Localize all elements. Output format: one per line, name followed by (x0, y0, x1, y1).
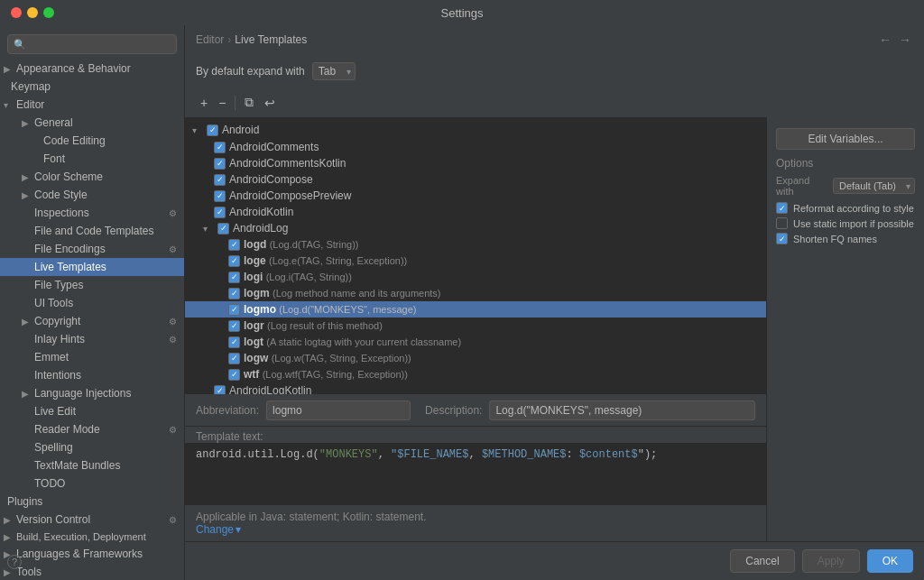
sidebar-item-font[interactable]: Font (0, 150, 184, 168)
list-item[interactable]: AndroidKotlin (185, 204, 766, 220)
copy-template-button[interactable]: ⧉ (240, 92, 258, 113)
sidebar-item-code-editing[interactable]: Code Editing (0, 132, 184, 150)
detail-panel: Abbreviation: Description: Template text… (185, 394, 766, 541)
sidebar-item-plugins[interactable]: Plugins (0, 493, 184, 511)
minimize-button[interactable] (27, 7, 38, 18)
remove-template-button[interactable]: − (214, 93, 230, 113)
search-input[interactable] (30, 38, 171, 51)
forward-button[interactable]: → (897, 32, 913, 47)
item-checkbox[interactable] (228, 288, 240, 299)
item-checkbox[interactable] (228, 336, 240, 348)
item-checkbox[interactable] (217, 223, 229, 235)
item-checkbox[interactable] (228, 304, 240, 316)
options-section: Options Expand with Default (Tab) Reform… (767, 150, 924, 252)
reformat-checkbox[interactable] (776, 202, 788, 214)
item-checkbox[interactable] (228, 353, 240, 364)
expand-select[interactable]: Tab (312, 62, 356, 80)
add-template-button[interactable]: + (196, 93, 212, 113)
sidebar-item-color-scheme[interactable]: ▶ Color Scheme (0, 168, 184, 186)
sidebar-item-live-templates[interactable]: Live Templates (0, 258, 184, 276)
list-item[interactable]: AndroidCompose (185, 171, 766, 188)
description-input[interactable] (489, 400, 755, 420)
sidebar-item-textmate-bundles[interactable]: TextMate Bundles (0, 456, 184, 474)
sidebar-item-code-style[interactable]: ▶ Code Style (0, 186, 184, 204)
close-button[interactable] (11, 7, 22, 18)
sidebar-item-label: Live Edit (34, 405, 76, 418)
sidebar-item-label: Inspections (34, 207, 89, 219)
sidebar-item-intentions[interactable]: Intentions (0, 366, 184, 384)
item-checkbox[interactable] (228, 255, 240, 267)
template-label: logr (Log result of this method) (244, 319, 383, 332)
expand-with-select[interactable]: Default (Tab) (833, 178, 915, 194)
list-item[interactable]: AndroidComments (185, 139, 766, 155)
sidebar-item-copyright[interactable]: ▶ Copyright ⚙ (0, 312, 184, 330)
item-checkbox[interactable] (228, 320, 240, 332)
sidebar-item-languages-frameworks[interactable]: ▶ Languages & Frameworks (0, 545, 184, 563)
change-link[interactable]: Change ▾ (196, 523, 755, 536)
help-button[interactable]: ? (7, 555, 22, 569)
list-item[interactable]: AndroidComposePreview (185, 188, 766, 204)
settings-window: Settings 🔍 ▶ Appearance & Behavior Keyma… (0, 0, 924, 580)
list-item[interactable]: logw (Log.w(TAG, String, Exception)) (185, 350, 766, 366)
shorten-fq-checkbox[interactable] (776, 233, 788, 244)
sidebar-item-ui-tools[interactable]: UI Tools (0, 294, 184, 312)
edit-variables-button[interactable]: Edit Variables... (776, 128, 915, 150)
maximize-button[interactable] (43, 7, 54, 18)
list-item[interactable]: logi (Log.i(TAG, String)) (185, 269, 766, 285)
sidebar-item-spelling[interactable]: Spelling (0, 438, 184, 456)
list-item[interactable]: wtf (Log.wtf(TAG, String, Exception)) (185, 366, 766, 382)
sidebar-item-build-execution[interactable]: ▶ Build, Execution, Deployment (0, 529, 184, 545)
sidebar-item-language-injections[interactable]: ▶ Language Injections (0, 384, 184, 402)
template-group-android[interactable]: ▾ Android (185, 121, 766, 139)
sidebar-item-inlay-hints[interactable]: Inlay Hints ⚙ (0, 330, 184, 348)
ok-button[interactable]: OK (867, 549, 913, 573)
item-checkbox[interactable] (214, 385, 226, 395)
abbreviation-input[interactable] (266, 400, 411, 420)
sidebar-item-label: Inlay Hints (34, 333, 85, 345)
sidebar-item-todo[interactable]: TODO (0, 474, 184, 493)
android-checkbox[interactable] (207, 124, 218, 136)
chevron-down-icon: ▾ (236, 523, 241, 536)
sidebar-item-inspections[interactable]: Inspections ⚙ (0, 204, 184, 222)
list-item[interactable]: logmo (Log.d("MONKEYS", message) (185, 301, 766, 318)
sidebar-item-file-encodings[interactable]: File Encodings ⚙ (0, 240, 184, 258)
list-item[interactable]: logt (A static logtag with your current … (185, 334, 766, 350)
revert-template-button[interactable]: ↩ (260, 93, 280, 113)
item-checkbox[interactable] (228, 239, 240, 251)
sidebar-item-reader-mode[interactable]: Reader Mode ⚙ (0, 420, 184, 438)
sidebar-item-emmet[interactable]: Emmet (0, 348, 184, 366)
list-item[interactable]: ▾ AndroidLog (185, 220, 766, 236)
item-checkbox[interactable] (228, 369, 240, 381)
list-item[interactable]: loge (Log.e(TAG, String, Exception)) (185, 253, 766, 269)
item-checkbox[interactable] (228, 272, 240, 283)
sidebar-item-version-control[interactable]: ▶ Version Control ⚙ (0, 511, 184, 529)
applicable-section: Applicable in Java: statement; Kotlin: s… (185, 504, 766, 541)
sidebar-item-general[interactable]: ▶ General (0, 114, 184, 132)
list-item[interactable]: AndroidCommentsKotlin (185, 155, 766, 171)
item-checkbox[interactable] (214, 190, 226, 202)
sidebar-item-keymap[interactable]: Keymap (0, 78, 184, 96)
search-box[interactable]: 🔍 (7, 34, 177, 54)
list-item[interactable]: logr (Log result of this method) (185, 318, 766, 334)
item-checkbox[interactable] (214, 158, 226, 170)
cancel-button[interactable]: Cancel (730, 549, 794, 573)
list-item[interactable]: AndroidLogKotlin (185, 382, 766, 394)
static-import-checkbox[interactable] (776, 217, 788, 229)
sidebar-item-editor[interactable]: ▾ Editor (0, 96, 184, 114)
sidebar-item-tools[interactable]: ▶ Tools (0, 563, 184, 580)
item-checkbox[interactable] (214, 207, 226, 218)
window-title: Settings (441, 6, 484, 20)
sidebar-item-label: Editor (16, 98, 44, 111)
apply-button[interactable]: Apply (802, 549, 860, 573)
back-button[interactable]: ← (877, 32, 893, 47)
sidebar-item-appearance[interactable]: ▶ Appearance & Behavior (0, 60, 184, 78)
template-label: logw (Log.w(TAG, String, Exception)) (244, 352, 411, 364)
sidebar-item-file-code-templates[interactable]: File and Code Templates (0, 222, 184, 240)
list-item[interactable]: logm (Log method name and its arguments) (185, 285, 766, 301)
list-item[interactable]: logd (Log.d(TAG, String)) (185, 236, 766, 253)
sidebar-item-file-types[interactable]: File Types (0, 276, 184, 294)
sidebar-item-label: Version Control (16, 513, 90, 526)
sidebar-item-live-edit[interactable]: Live Edit (0, 402, 184, 420)
item-checkbox[interactable] (214, 142, 226, 153)
item-checkbox[interactable] (214, 174, 226, 186)
